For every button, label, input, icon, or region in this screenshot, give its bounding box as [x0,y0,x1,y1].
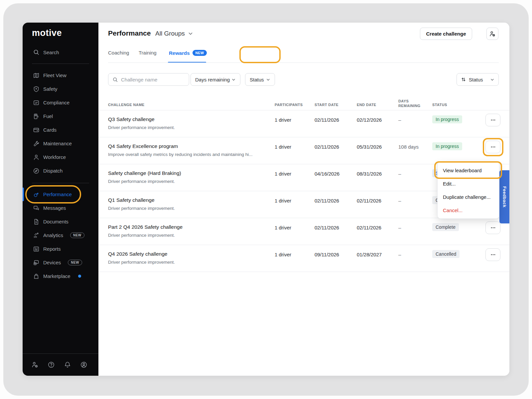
sidebar-item-label: Documents [43,219,68,224]
tab-training[interactable]: Training [139,50,157,56]
sidebar-item-marketplace[interactable]: Marketplace [23,269,98,283]
sidebar-item-safety[interactable]: Safety [23,82,98,96]
sidebar-item-label: Cards [43,127,57,133]
feedback-tab[interactable]: Feedback [499,170,509,223]
challenge-name: Safety challenge (Hard Braking) [108,170,181,176]
sidebar-item-label: Messages [43,205,66,211]
sidebar-item-label: Safety [43,86,58,92]
start-date-value: 02/11/2026 [315,198,339,203]
column-header-status: Status [432,103,447,107]
sidebar-search-label: Search [43,50,59,55]
motive-logo: Motive [32,28,62,38]
sort-label: Status [469,77,483,82]
end-date-value: 02/11/2026 [357,198,381,203]
sidebar-item-analytics[interactable]: Analytics NEW [23,228,98,242]
row-actions-button[interactable] [485,221,500,234]
tab-coaching[interactable]: Coaching [108,50,129,56]
sidebar-item-label: Devices [43,260,61,265]
status-badge: Complete [432,223,459,231]
days-remaining-filter[interactable]: Days remaining [191,73,240,86]
sidebar-item-messages[interactable]: Messages [23,201,98,215]
row-actions-button[interactable] [485,248,500,261]
menu-item-view-leaderboard[interactable]: View leaderboard [438,164,499,177]
sidebar-item-reports[interactable]: Reports [23,242,98,256]
row-actions-button[interactable] [485,114,500,126]
report-icon [33,245,40,252]
sidebar-item-label: Analytics [43,232,63,238]
chevron-down-icon [490,77,494,82]
search-icon [112,77,118,82]
table-row[interactable]: Part 2 Q4 2026 Safety challenge Driver p… [98,218,509,245]
status-badge: In progress [432,142,462,150]
column-header-participants: Participants [275,103,303,107]
sidebar-item-documents[interactable]: Documents [23,215,98,228]
participants-value: 1 driver [275,171,291,177]
person-icon [33,154,40,161]
shield-icon [33,85,40,92]
whistle-icon [33,191,40,198]
search-input[interactable] [121,77,181,82]
user-roles-button[interactable] [486,28,498,40]
sidebar-item-label: Reports [43,246,61,252]
table-row[interactable]: Q4 2026 Safety challenge Driver performa… [98,245,509,272]
page: Motive Search Fleet View Safety [0,0,532,399]
table-row[interactable]: Q4 Safety Excellence program Improve ove… [98,137,509,164]
help-button[interactable] [47,360,56,369]
document-icon [33,218,40,225]
sidebar-item-maintenance[interactable]: Maintenance [23,137,98,150]
compass-icon [33,167,40,174]
status-cell: In progress [432,115,462,123]
shopping-bag-icon [33,273,40,280]
menu-item-edit[interactable]: Edit... [438,177,499,191]
sidebar-item-dispatch[interactable]: Dispatch [23,164,98,178]
notifications-bell-button[interactable] [63,360,72,369]
status-cell: In progress [432,142,462,150]
table-header: Challenge name Participants Start date E… [98,94,509,110]
days-remaining-value: 108 days [398,144,419,150]
tab-rewards[interactable]: Rewards NEW [169,50,207,56]
column-header-start-date: Start date [315,103,338,107]
chevron-down-icon [231,77,236,82]
sidebar-item-label: Fleet View [43,72,66,78]
sidebar-item-cards[interactable]: Cards [23,123,98,137]
challenge-description: Driver performance improvement. [108,233,175,238]
fuel-pump-icon [33,113,40,120]
credit-card-icon [33,126,40,133]
end-date-value: 01/28/2027 [357,252,382,257]
days-remaining-value: – [398,252,401,257]
account-button[interactable] [79,360,88,369]
sidebar-item-label: Dispatch [43,168,63,174]
status-filter[interactable]: Status [245,73,275,86]
sidebar-item-performance[interactable]: Performance [23,188,98,201]
table-row[interactable]: Q3 Safety challenge Driver performance i… [98,110,509,137]
menu-item-cancel[interactable]: Cancel... [438,204,499,217]
create-challenge-button[interactable]: Create challenge [420,28,472,40]
sidebar-item-fuel[interactable]: Fuel [23,109,98,123]
sidebar-search[interactable]: Search [23,46,98,59]
menu-item-duplicate-challenge[interactable]: Duplicate challenge... [438,191,499,204]
app-window: Motive Search Fleet View Safety [23,23,509,376]
new-badge: NEW [68,260,82,265]
devices-icon [33,259,40,266]
group-filter-label: All Groups [155,30,185,37]
challenge-description: Driver performance improvement. [108,179,175,184]
user-settings-button[interactable] [30,360,40,369]
status-cell: Complete [432,223,459,231]
challenge-name: Part 2 Q4 2026 Safety challenge [108,224,183,230]
challenge-name: Q4 2026 Safety challenge [108,251,167,257]
challenge-search[interactable] [108,73,189,86]
participants-value: 1 driver [275,252,291,257]
sidebar-footer [23,360,98,369]
row-actions-button[interactable] [485,141,500,153]
sidebar-item-fleet-view[interactable]: Fleet View [23,68,98,82]
chart-panel-icon [33,99,40,106]
group-filter-dropdown[interactable]: All Groups [155,30,193,37]
sidebar-item-workforce[interactable]: Workforce [23,150,98,164]
sort-control[interactable]: Status [457,73,499,86]
context-menu: View leaderboard Edit... Duplicate chall… [437,162,499,219]
days-remaining-value: – [398,117,401,123]
sidebar-divider [32,183,89,183]
sidebar-item-compliance[interactable]: Compliance [23,96,98,109]
start-date-value: 04/16/2026 [315,171,339,177]
sidebar-item-devices[interactable]: Devices NEW [23,256,98,269]
